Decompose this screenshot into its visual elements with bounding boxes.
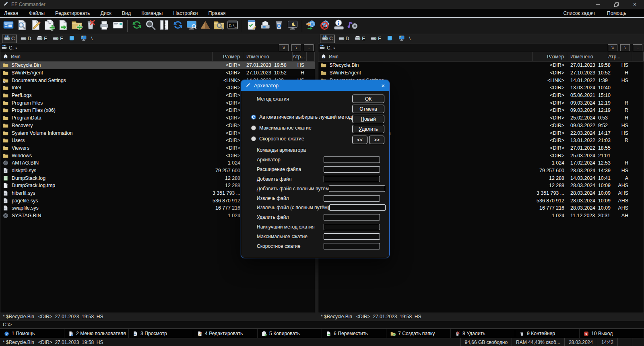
minimize-button[interactable] [588, 0, 607, 9]
drive-button-f-left[interactable]: F [51, 35, 65, 43]
field-input-9[interactable] [324, 233, 380, 240]
fnkey-2-button[interactable]: 2 Меню пользователя [64, 329, 129, 338]
fnkey-5-button[interactable]: 5 Копировать [258, 329, 322, 338]
dialog-next-button[interactable]: >> [369, 136, 384, 144]
toolbar-pyramid-button[interactable] [198, 19, 212, 33]
toolbar-view-file-button[interactable] [15, 19, 29, 33]
menu-item-4[interactable]: Диск [100, 10, 111, 16]
radio-option-1[interactable]: Автоматически выбирать лучший метод [251, 114, 352, 120]
menu-item-right-2[interactable]: Помощь [607, 10, 626, 16]
path-button-1-left[interactable]: \\ [279, 44, 289, 51]
toolbar-search-button[interactable] [144, 19, 157, 33]
column-header-size[interactable]: Размер [213, 52, 243, 61]
column-header-attr[interactable]: Атр... [608, 52, 632, 61]
field-input-3[interactable] [324, 176, 380, 182]
toolbar-media-button[interactable] [346, 19, 359, 33]
menu-item-6[interactable]: Команды [141, 10, 163, 16]
network-button-right[interactable] [396, 35, 407, 43]
toolbar-move-files-button[interactable] [56, 19, 70, 33]
column-header-name[interactable]: Имя [0, 52, 213, 61]
fnkey-3-button[interactable]: 3 Просмотр [129, 329, 193, 338]
toolbar-net-block-button[interactable] [318, 19, 332, 33]
dialog-title-bar[interactable]: Архиватор × [241, 80, 389, 91]
toolbar-folder-search-button[interactable] [212, 19, 226, 33]
toolbar-compare-button[interactable] [157, 19, 171, 33]
dialog-cancel-button[interactable]: Отмена [352, 105, 384, 113]
toolbar-delete-button[interactable] [84, 19, 97, 33]
file-row[interactable]: $WinREAgent<DIR>27.10.2023 10:52H [0, 69, 315, 77]
fnkey-8-button[interactable]: 8 Удалить [451, 329, 515, 338]
fnkey-1-button[interactable]: ?1 Помощь [0, 329, 64, 338]
dialog-ok-button[interactable]: ОК [352, 95, 384, 103]
menu-item-8[interactable]: Правая [208, 10, 226, 16]
fnkey-10-button[interactable]: 010 Выход [580, 329, 644, 338]
toolbar-monitor-moon-button[interactable] [286, 19, 299, 33]
field-input-2[interactable] [324, 166, 380, 173]
column-header-modified[interactable]: Изменено [243, 52, 293, 61]
toolbar-terminal-button[interactable]: C:\_ [226, 19, 239, 33]
fnkey-4-button[interactable]: 4 Редактировать [193, 329, 258, 338]
menu-item-1[interactable]: Левая [4, 10, 18, 16]
toolbar-new-folder-button[interactable] [70, 19, 84, 33]
radio-option-2[interactable]: Максимальное сжатие [251, 125, 312, 131]
column-header-size[interactable]: Размер [533, 52, 567, 61]
command-line[interactable]: C:\> [0, 321, 644, 329]
menu-item-right-1[interactable]: Список задач [563, 10, 594, 16]
field-input-6[interactable] [329, 204, 386, 211]
field-input-1[interactable] [324, 157, 380, 163]
menu-item-2[interactable]: Файлы [29, 10, 45, 16]
path-bar-right[interactable]: C:▸\\\.. [318, 43, 644, 52]
desktop-button-left[interactable] [67, 35, 77, 43]
fnkey-9-button[interactable]: 9 Контейнер [515, 329, 580, 338]
path-button-1-right[interactable]: \\ [608, 44, 617, 51]
column-header-attr[interactable]: Атр... [293, 52, 307, 61]
toolbar-scanner-button[interactable] [258, 19, 272, 33]
toolbar-zoom-screen-button[interactable] [185, 19, 198, 33]
toolbar-drive-info-button[interactable] [332, 19, 346, 33]
drive-button-c-left[interactable]: C [2, 35, 17, 43]
toolbar-edit-file-button[interactable] [29, 19, 43, 33]
column-header-modified[interactable]: Изменено [567, 52, 608, 61]
path-button-2-left[interactable]: \ [291, 44, 301, 51]
dialog-new-button[interactable]: Новый [352, 115, 384, 123]
radio-option-3[interactable]: Скоростное сжатие [251, 136, 304, 142]
fnkey-6-button[interactable]: 6 Переместить [322, 329, 386, 338]
drive-button-e-right[interactable]: E [353, 35, 367, 43]
toolbar-panels-button[interactable] [2, 19, 15, 33]
desktop-button-right[interactable] [385, 35, 395, 43]
toolbar-refresh-button[interactable] [130, 19, 144, 33]
path-button-3-left[interactable]: .. [304, 44, 314, 51]
file-row[interactable]: $WinREAgent<DIR>27.10.2023 10:52H [318, 69, 644, 77]
path-bar-left[interactable]: C:▸\\\.. [0, 43, 315, 52]
menu-item-5[interactable]: Вид [122, 10, 131, 16]
field-input-10[interactable] [324, 243, 380, 249]
menu-item-7[interactable]: Настройки [173, 10, 198, 16]
path-button-3-right[interactable]: .. [633, 44, 642, 51]
dialog-prev-button[interactable]: << [352, 136, 367, 144]
toolbar-copy-files-button[interactable] [43, 19, 56, 33]
restore-button[interactable] [607, 0, 625, 9]
toolbar-net-copy-button[interactable] [305, 19, 318, 33]
network-button-left[interactable] [78, 35, 89, 43]
dialog-delete-button[interactable]: Удалить [352, 125, 384, 133]
toolbar-recycle-button[interactable] [272, 19, 286, 33]
toolbar-email-button[interactable] [111, 19, 125, 33]
close-button[interactable]: × [625, 0, 644, 9]
field-input-4[interactable] [329, 185, 385, 192]
path-button-2-right[interactable]: \ [620, 44, 630, 51]
field-input-5[interactable] [324, 195, 380, 202]
dialog-close-icon[interactable]: × [381, 82, 385, 89]
fnkey-7-button[interactable]: 7 Создать папку [386, 329, 451, 338]
file-row[interactable]: $Recycle.Bin<DIR>27.01.2023 19:58HS [0, 62, 315, 69]
field-input-7[interactable] [324, 214, 380, 220]
drive-button-c-right[interactable]: C [320, 35, 335, 43]
drive-button-f-right[interactable]: F [369, 35, 383, 43]
file-row[interactable]: $Recycle.Bin<DIR>27.01.2023 19:58HS [318, 62, 644, 69]
toolbar-print-button[interactable] [97, 19, 111, 33]
drive-button-e-left[interactable]: E [35, 35, 49, 43]
toolbar-notes-button[interactable] [245, 19, 258, 33]
field-input-8[interactable] [324, 224, 380, 230]
drive-button-d-left[interactable]: D [19, 35, 33, 43]
menu-item-3[interactable]: Редактировать [55, 10, 90, 16]
drive-button-d-right[interactable]: D [336, 35, 351, 43]
